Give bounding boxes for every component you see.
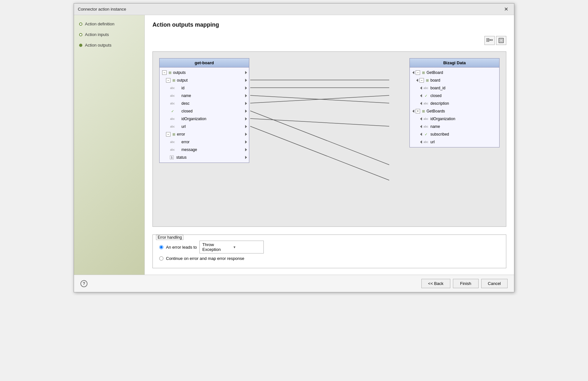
sidebar-bullet-2 <box>79 33 82 36</box>
table-row: ✓ subscribed <box>410 130 499 138</box>
svg-line-10 <box>250 95 389 103</box>
table-row: abc error <box>160 138 249 146</box>
sidebar-bullet-3 <box>79 44 82 47</box>
row-label: message <box>181 147 245 152</box>
error-radio-row-2: Continue on error and map error response <box>159 256 500 261</box>
row-label: url <box>430 140 498 144</box>
mapping-area: get-board − ⊞ outputs − <box>152 51 506 227</box>
left-arrow-icon <box>420 102 422 105</box>
table-row: ✓ closed <box>410 92 499 100</box>
table-row: − ⊞ error <box>160 130 249 138</box>
right-table-header: Bizagi Data <box>410 58 499 67</box>
abc-icon: abc <box>170 148 175 151</box>
dropdown-value: Throw Exception <box>202 242 230 252</box>
check-icon: ✓ <box>423 132 428 137</box>
error-radio-row-1: An error leads to Throw Exception ▼ <box>159 241 500 253</box>
error-handling-section: Error handling An error leads to Throw E… <box>152 235 506 268</box>
abc-icon: abc <box>170 102 175 105</box>
title-bar: Connector action instance ✕ <box>74 4 514 15</box>
abc-icon: abc <box>170 94 175 97</box>
row-label: id <box>181 86 245 90</box>
left-arrow-icon <box>420 94 422 97</box>
radio-error-leads-to[interactable] <box>159 245 163 249</box>
sidebar: Action definition Action inputs Action o… <box>74 15 145 275</box>
row-label: url <box>181 124 245 129</box>
row-label: GetBoards <box>427 109 498 113</box>
check-icon: ✓ <box>170 109 175 113</box>
sidebar-item-action-inputs[interactable]: Action inputs <box>79 32 139 37</box>
table-row: + ⊞ GetBoards <box>410 107 499 115</box>
box-icon: ⊞ <box>167 71 172 75</box>
sidebar-label-action-definition: Action definition <box>85 22 115 26</box>
left-table-header: get-board <box>160 58 249 67</box>
svg-line-12 <box>250 119 389 126</box>
mapping-layout-btn[interactable] <box>484 36 495 45</box>
dialog-footer: ? << Back Finish Cancel <box>74 275 514 292</box>
right-arrow-icon <box>245 71 247 74</box>
error-handling-legend: Error handling <box>156 235 183 240</box>
row-label: output <box>177 78 245 83</box>
right-arrow-icon <box>245 133 247 136</box>
back-button[interactable]: << Back <box>421 279 450 288</box>
table-row: abc board_id <box>410 84 499 92</box>
fullscreen-btn[interactable] <box>496 36 506 45</box>
left-mapping-table: get-board − ⊞ outputs − <box>159 58 249 163</box>
expand-output[interactable]: − <box>166 78 170 83</box>
expand-getboard[interactable]: − <box>416 70 420 75</box>
table-row: abc idOrganization <box>410 115 499 123</box>
cancel-button[interactable]: Cancel <box>481 279 508 288</box>
row-label: idOrganization <box>430 117 498 121</box>
row-label: name <box>430 124 498 129</box>
fullscreen-icon <box>498 38 504 43</box>
abc-icon: abc <box>423 117 428 120</box>
finish-button[interactable]: Finish <box>453 279 479 288</box>
abc-icon: abc <box>423 140 428 144</box>
right-arrow-icon <box>245 102 247 105</box>
table-row: abc desc <box>160 100 249 107</box>
box-icon: ⊞ <box>421 71 426 75</box>
abc-icon: abc <box>423 86 428 90</box>
close-button[interactable]: ✕ <box>502 5 510 13</box>
table-row: abc message <box>160 146 249 154</box>
left-arrow-icon <box>416 79 418 82</box>
svg-rect-6 <box>500 39 502 42</box>
right-table-body: − ⊞ GetBoard − ⊞ board <box>410 67 499 147</box>
row-label: closed <box>430 93 498 98</box>
expand-error[interactable]: − <box>166 132 170 137</box>
left-arrow-icon <box>420 133 422 136</box>
expand-outputs[interactable]: − <box>162 70 167 75</box>
toolbar <box>152 36 506 45</box>
page-title: Action outputs mapping <box>152 22 506 28</box>
svg-line-9 <box>250 95 389 103</box>
expand-getboards[interactable]: + <box>416 109 420 113</box>
dropdown-arrow-icon: ▼ <box>233 245 261 249</box>
abc-icon: abc <box>170 117 175 120</box>
row-label: desc <box>181 101 245 106</box>
right-arrow-icon <box>245 140 247 144</box>
right-arrow-icon <box>245 79 247 82</box>
left-table-body: − ⊞ outputs − ⊞ output <box>160 67 249 163</box>
throw-exception-dropdown[interactable]: Throw Exception ▼ <box>199 241 264 253</box>
table-row: abc url <box>160 123 249 130</box>
table-row: abc description <box>410 100 499 107</box>
help-button[interactable]: ? <box>80 280 87 287</box>
box-icon: ⊞ <box>171 78 176 83</box>
table-row: abc idOrganization <box>160 115 249 123</box>
row-label: description <box>430 101 498 106</box>
right-arrow-icon <box>245 156 247 159</box>
expand-board[interactable]: − <box>419 78 424 83</box>
dialog-body: Action definition Action inputs Action o… <box>74 15 514 275</box>
footer-buttons: << Back Finish Cancel <box>421 279 508 288</box>
sidebar-label-action-outputs: Action outputs <box>85 43 111 48</box>
sidebar-item-action-definition[interactable]: Action definition <box>79 22 139 26</box>
table-row: − ⊞ outputs <box>160 69 249 76</box>
abc-icon: abc <box>170 125 175 128</box>
box-icon: ⊞ <box>171 132 176 137</box>
row-label: subscribed <box>430 132 498 137</box>
sidebar-item-action-outputs[interactable]: Action outputs <box>79 43 139 48</box>
box-icon: ⊞ <box>421 109 426 113</box>
radio-continue-on-error[interactable] <box>159 256 163 261</box>
right-mapping-table: Bizagi Data − ⊞ GetBoard <box>409 58 500 147</box>
abc-icon: abc <box>170 86 175 90</box>
num-icon: 1 <box>170 155 174 159</box>
